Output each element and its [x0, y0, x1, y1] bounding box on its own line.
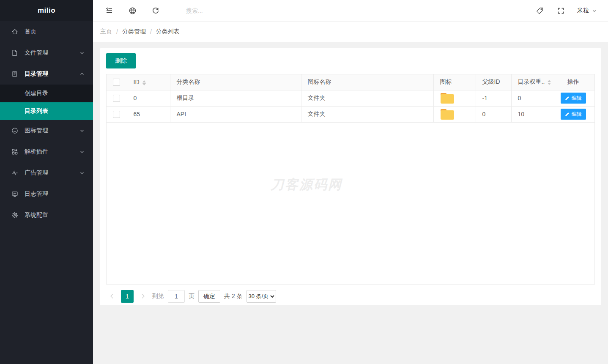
main-area: 米粒 主页 / 分类管理 / 分类列表 删除	[93, 0, 608, 364]
gear-icon	[11, 212, 18, 219]
smiley-icon	[11, 127, 18, 134]
sidebar-item-plugins[interactable]: 解析插件	[0, 141, 93, 162]
document-icon	[11, 71, 18, 78]
chevron-down-icon	[79, 170, 85, 175]
submenu-directory: 创建目录 目录列表	[0, 85, 93, 120]
cell-name: API	[170, 106, 301, 122]
column-header-name: 分类名称	[170, 74, 301, 90]
cell-parent-id: -1	[476, 90, 511, 106]
goto-page-input[interactable]	[168, 290, 185, 303]
refresh-icon[interactable]	[151, 6, 160, 15]
cell-weight: 10	[511, 106, 552, 122]
sidebar-item-label: 系统配置	[25, 211, 85, 219]
total-count: 共 2 条	[224, 293, 243, 300]
pencil-icon	[565, 96, 570, 101]
breadcrumb-category-management[interactable]: 分类管理	[122, 28, 146, 36]
folder-icon	[440, 93, 455, 104]
cell-name: 根目录	[170, 90, 301, 106]
sidebar: milio 首页 文件管理 目录管理 创建目录 目录列表	[0, 0, 93, 364]
collapse-menu-icon[interactable]	[104, 6, 114, 15]
cell-weight: 0	[511, 90, 552, 106]
sort-icon[interactable]	[142, 80, 146, 85]
row-checkbox[interactable]	[113, 95, 120, 102]
content: 删除 ID	[93, 42, 608, 364]
file-icon	[11, 49, 18, 57]
sidebar-item-label: 日志管理	[25, 190, 85, 198]
pulse-icon	[11, 170, 18, 177]
column-header-id: ID	[127, 74, 170, 90]
cell-actions: 编辑	[552, 106, 594, 122]
prev-page-icon[interactable]	[106, 290, 117, 303]
sidebar-item-label: 首页	[25, 28, 85, 36]
fullscreen-icon[interactable]	[556, 6, 565, 15]
sidebar-item-label: 图标管理	[25, 127, 79, 134]
pencil-icon	[565, 112, 570, 117]
breadcrumb-separator: /	[150, 28, 152, 35]
pagination: 1 到第 页 确定 共 2 条 30 条/页	[106, 285, 595, 303]
sidebar-item-home[interactable]: 首页	[0, 21, 93, 42]
row-checkbox[interactable]	[113, 111, 120, 118]
chevron-down-icon	[79, 128, 85, 133]
cell-id: 0	[127, 90, 170, 106]
cell-parent-id: 0	[476, 106, 511, 122]
confirm-page-button[interactable]: 确定	[198, 290, 220, 303]
category-list-card: 删除 ID	[100, 48, 601, 305]
chevron-down-icon	[592, 8, 597, 13]
chevron-up-icon	[79, 71, 85, 77]
sidebar-item-label: 目录管理	[25, 70, 79, 78]
chevron-down-icon	[79, 50, 85, 55]
page-unit-label: 页	[189, 293, 194, 300]
cell-icon	[433, 90, 476, 106]
sort-icon[interactable]	[548, 80, 551, 85]
globe-icon[interactable]	[128, 6, 137, 15]
app-logo: milio	[0, 0, 93, 21]
column-header-icon: 图标	[433, 74, 476, 90]
column-header-actions: 操作	[552, 74, 594, 90]
breadcrumb: 主页 / 分类管理 / 分类列表	[93, 22, 608, 42]
category-table: ID 分类名称 图标名称 图标 父级ID 目录权重.. 操作	[106, 74, 595, 285]
sidebar-item-directory[interactable]: 目录管理	[0, 63, 93, 85]
goto-label: 到第	[152, 293, 164, 300]
column-header-weight: 目录权重..	[511, 74, 552, 90]
breadcrumb-home[interactable]: 主页	[100, 28, 112, 36]
cell-icon-name: 文件夹	[301, 106, 433, 122]
topbar: 米粒	[93, 0, 608, 22]
delete-button[interactable]: 删除	[106, 53, 136, 68]
folder-icon	[440, 109, 455, 120]
topbar-right: 米粒	[535, 6, 597, 15]
sidebar-item-label: 广告管理	[25, 169, 79, 177]
home-icon	[11, 28, 18, 36]
tag-icon[interactable]	[535, 6, 544, 15]
monitor-icon	[11, 191, 18, 198]
user-menu[interactable]: 米粒	[577, 7, 597, 14]
table-header-row: ID 分类名称 图标名称 图标 父级ID 目录权重.. 操作	[107, 74, 594, 90]
sidebar-subitem-directory-list[interactable]: 目录列表	[0, 102, 93, 120]
table-row: 65 API 文件夹 0 10	[107, 106, 594, 122]
current-page-button[interactable]: 1	[121, 290, 134, 303]
sidebar-item-ads[interactable]: 广告管理	[0, 162, 93, 183]
table-empty-area	[107, 123, 594, 284]
cell-id: 65	[127, 106, 170, 122]
sidebar-item-icons[interactable]: 图标管理	[0, 120, 93, 141]
sidebar-item-label: 文件管理	[25, 49, 79, 57]
edit-button[interactable]: 编辑	[561, 93, 586, 104]
sidebar-item-files[interactable]: 文件管理	[0, 42, 93, 63]
search-input[interactable]	[185, 7, 278, 14]
sidebar-subitem-label: 目录列表	[25, 107, 48, 115]
header-checkbox-cell	[107, 74, 127, 90]
cell-icon-name: 文件夹	[301, 90, 433, 106]
sidebar-item-label: 解析插件	[25, 148, 79, 156]
breadcrumb-category-list: 分类列表	[156, 28, 180, 36]
select-all-checkbox[interactable]	[113, 79, 120, 86]
table-row: 0 根目录 文件夹 -1 0	[107, 90, 594, 106]
sidebar-subitem-label: 创建目录	[25, 90, 48, 97]
page-size-select[interactable]: 30 条/页	[246, 290, 276, 303]
sidebar-item-logs[interactable]: 日志管理	[0, 183, 93, 205]
next-page-icon[interactable]	[137, 290, 148, 303]
column-header-icon-name: 图标名称	[301, 74, 433, 90]
sidebar-item-settings[interactable]: 系统配置	[0, 205, 93, 226]
cell-icon	[433, 106, 476, 122]
cell-actions: 编辑	[552, 90, 594, 106]
sidebar-subitem-create-directory[interactable]: 创建目录	[0, 85, 93, 102]
edit-button[interactable]: 编辑	[561, 109, 586, 120]
